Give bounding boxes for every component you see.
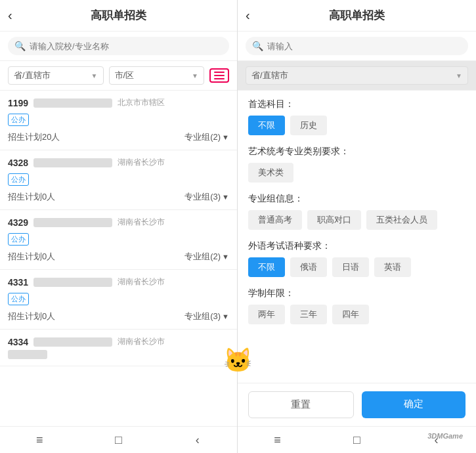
school-name-blur-4329 bbox=[33, 218, 112, 227]
right-province-arrow: ▼ bbox=[456, 72, 462, 79]
right-back-button[interactable]: ‹ bbox=[246, 8, 250, 23]
right-panel: ‹ 高职单招类 🔍 省/直辖市 ▼ 首选科目： 不限 历史 bbox=[238, 0, 476, 453]
filter-section-group-info: 专业组信息： 普通高考 职高对口 五类社会人员 bbox=[248, 193, 465, 230]
school-type-4331: 公办 bbox=[8, 293, 29, 305]
left-filter-row: 省/直辖市 ▼ 市/区 ▼ bbox=[0, 61, 237, 91]
left-panel-title: 高职单招类 bbox=[91, 8, 146, 23]
right-province-select[interactable]: 省/直辖市 ▼ bbox=[246, 66, 468, 85]
right-search-bar: 🔍 bbox=[238, 32, 476, 61]
left-search-input[interactable] bbox=[30, 41, 223, 51]
left-bottom-nav: ≡ □ ‹ bbox=[0, 426, 237, 453]
right-province-label: 省/直辖市 bbox=[251, 70, 288, 81]
foreign-lang-option-russian[interactable]: 俄语 bbox=[290, 257, 327, 277]
group-info-option-normal[interactable]: 普通高考 bbox=[248, 210, 302, 230]
right-search-wrap[interactable]: 🔍 bbox=[246, 37, 468, 55]
school-years-options: 两年 三年 四年 bbox=[248, 305, 465, 324]
left-panel: ‹ 高职单招类 🔍 省/直辖市 ▼ 市/区 ▼ bbox=[0, 0, 238, 453]
school-location-4334: 湖南省长沙市 bbox=[118, 336, 165, 347]
filter-actions: 重置 确定 bbox=[238, 383, 476, 426]
first-subject-option-history[interactable]: 历史 bbox=[290, 116, 327, 135]
school-years-option-4[interactable]: 四年 bbox=[332, 305, 369, 324]
school-name-blur-4331 bbox=[33, 278, 112, 287]
foreign-lang-option-japanese[interactable]: 日语 bbox=[332, 257, 369, 277]
left-filter-icon-button[interactable] bbox=[209, 68, 229, 83]
filter-section-first-subject: 首选科目： 不限 历史 bbox=[248, 98, 465, 135]
watermark: 3DMGame bbox=[427, 432, 463, 440]
school-type-4328: 公办 bbox=[8, 173, 29, 186]
school-extra-blur-4334 bbox=[8, 350, 47, 359]
foreign-lang-option-unlimited[interactable]: 不限 bbox=[248, 257, 285, 277]
school-code-4334: 4334 bbox=[8, 337, 28, 347]
group-info-options: 普通高考 职高对口 五类社会人员 bbox=[248, 210, 465, 230]
right-panel-title: 高职单招类 bbox=[329, 8, 385, 23]
first-subject-option-unlimited[interactable]: 不限 bbox=[248, 116, 285, 135]
left-province-select[interactable]: 省/直辖市 ▼ bbox=[8, 66, 104, 85]
art-category-option-art[interactable]: 美术类 bbox=[248, 163, 293, 183]
first-subject-title: 首选科目： bbox=[248, 98, 465, 110]
left-school-item-4331[interactable]: 4331 湖南省长沙市 公办 招生计划0人 专业组(3) ▼ bbox=[0, 270, 237, 330]
school-years-option-2[interactable]: 两年 bbox=[248, 305, 285, 324]
school-years-option-3[interactable]: 三年 bbox=[290, 305, 327, 324]
school-group-1199[interactable]: 专业组(2) ▼ bbox=[184, 131, 229, 143]
school-group-4331[interactable]: 专业组(3) ▼ bbox=[184, 311, 229, 322]
right-search-input[interactable] bbox=[267, 41, 462, 51]
left-city-label: 市/区 bbox=[115, 70, 135, 81]
left-province-label: 省/直辖市 bbox=[14, 70, 51, 81]
left-school-item-4329[interactable]: 4329 湖南省长沙市 公办 招生计划0人 专业组(2) ▼ bbox=[0, 210, 237, 270]
school-name-blur-1199 bbox=[33, 98, 112, 108]
reset-button[interactable]: 重置 bbox=[248, 391, 354, 418]
left-school-item-4328[interactable]: 4328 湖南省长沙市 公办 招生计划0人 专业组(3) ▼ bbox=[0, 150, 237, 210]
foreign-lang-title: 外语考试语种要求： bbox=[248, 240, 465, 252]
right-nav-home[interactable]: □ bbox=[347, 432, 367, 448]
left-nav-back[interactable]: ‹ bbox=[188, 432, 207, 448]
school-name-blur-4328 bbox=[33, 158, 112, 167]
filter-section-school-years: 学制年限： 两年 三年 四年 bbox=[248, 288, 465, 324]
school-location-1199: 北京市市辖区 bbox=[118, 97, 165, 108]
school-location-4331: 湖南省长沙市 bbox=[118, 276, 165, 288]
school-group-4328[interactable]: 专业组(3) ▼ bbox=[184, 191, 229, 203]
right-header: ‹ 高职单招类 bbox=[238, 0, 476, 32]
school-type-1199: 公办 bbox=[8, 114, 29, 126]
school-plan-4328: 招生计划0人 bbox=[8, 191, 55, 203]
right-search-icon: 🔍 bbox=[252, 41, 263, 51]
school-location-4329: 湖南省长沙市 bbox=[118, 217, 165, 228]
school-code-1199: 1199 bbox=[8, 98, 28, 108]
school-location-4328: 湖南省长沙市 bbox=[118, 157, 165, 168]
left-nav-home[interactable]: □ bbox=[108, 432, 128, 448]
left-city-select[interactable]: 市/区 ▼ bbox=[109, 66, 205, 85]
main-container: ‹ 高职单招类 🔍 省/直辖市 ▼ 市/区 ▼ bbox=[0, 0, 476, 453]
school-name-blur-4334 bbox=[33, 337, 112, 347]
left-back-button[interactable]: ‹ bbox=[8, 8, 12, 23]
filter-section-art-category: 艺术统考专业类别要求： 美术类 bbox=[248, 146, 465, 183]
foreign-lang-options: 不限 俄语 日语 英语 bbox=[248, 257, 465, 277]
group-info-option-five-types[interactable]: 五类社会人员 bbox=[366, 210, 437, 230]
filter-lines-icon bbox=[214, 72, 225, 79]
group-info-option-vocational[interactable]: 职高对口 bbox=[307, 210, 361, 230]
right-nav-menu[interactable]: ≡ bbox=[268, 432, 288, 448]
left-school-list: 1199 北京市市辖区 公办 招生计划20人 专业组(2) ▼ 4328 湖南省… bbox=[0, 91, 237, 426]
confirm-button[interactable]: 确定 bbox=[362, 391, 466, 418]
left-search-wrap[interactable]: 🔍 bbox=[8, 37, 229, 55]
left-province-arrow: ▼ bbox=[91, 72, 98, 79]
watermark-text: 3DMGame bbox=[427, 432, 463, 440]
school-years-title: 学制年限： bbox=[248, 288, 465, 299]
school-type-4329: 公办 bbox=[8, 233, 29, 246]
school-plan-4331: 招生计划0人 bbox=[8, 311, 55, 322]
right-filter-row: 省/直辖市 ▼ bbox=[238, 61, 476, 91]
school-group-4329[interactable]: 专业组(2) ▼ bbox=[184, 251, 229, 263]
filter-section-foreign-lang: 外语考试语种要求： 不限 俄语 日语 英语 bbox=[248, 240, 465, 277]
left-search-icon: 🔍 bbox=[14, 41, 26, 51]
first-subject-options: 不限 历史 bbox=[248, 116, 465, 135]
left-nav-menu[interactable]: ≡ bbox=[30, 432, 49, 448]
left-school-item-1199[interactable]: 1199 北京市市辖区 公办 招生计划20人 专业组(2) ▼ bbox=[0, 91, 237, 150]
art-category-title: 艺术统考专业类别要求： bbox=[248, 146, 465, 158]
foreign-lang-option-english[interactable]: 英语 bbox=[374, 257, 411, 277]
school-code-4331: 4331 bbox=[8, 277, 28, 288]
right-filter-panel: 首选科目： 不限 历史 艺术统考专业类别要求： 美术类 专业组信息： 普通高考 … bbox=[238, 91, 476, 383]
left-city-arrow: ▼ bbox=[192, 72, 198, 79]
school-plan-4329: 招生计划0人 bbox=[8, 251, 55, 263]
group-info-title: 专业组信息： bbox=[248, 193, 465, 205]
left-school-item-4334[interactable]: 4334 湖南省长沙市 bbox=[0, 330, 237, 366]
school-plan-1199: 招生计划20人 bbox=[8, 131, 60, 143]
school-code-4329: 4329 bbox=[8, 217, 28, 228]
